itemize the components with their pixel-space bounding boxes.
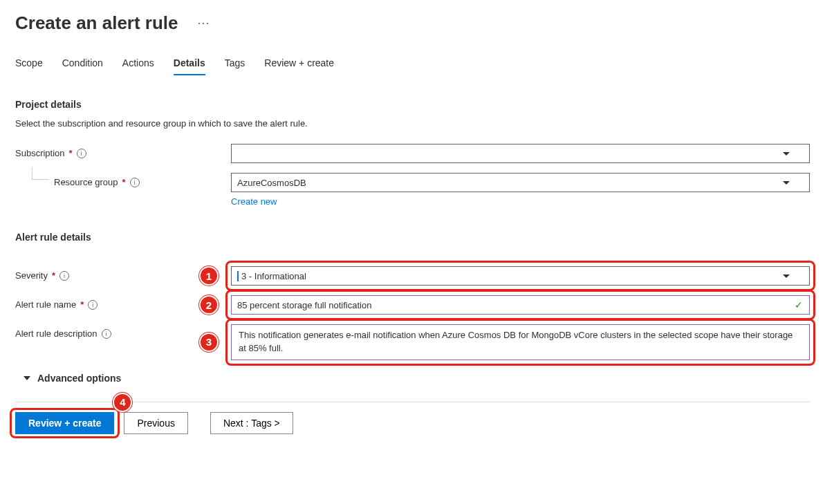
footer-actions: Review + create Previous Next : Tags > (15, 402, 810, 434)
subscription-label: Subscription (15, 148, 65, 158)
info-icon[interactable]: i (59, 271, 69, 281)
tab-actions[interactable]: Actions (122, 57, 154, 75)
tree-connector (32, 167, 48, 180)
severity-value: 3 - Informational (237, 271, 306, 281)
info-icon[interactable]: i (102, 329, 111, 339)
alert-rule-description-value: This notification generates e-mail notif… (239, 330, 792, 353)
severity-select[interactable]: 3 - Informational (231, 266, 810, 286)
required-asterisk: * (52, 270, 55, 281)
chevron-down-icon (24, 376, 30, 380)
resource-group-label: Resource group (54, 177, 118, 187)
alert-rule-name-label: Alert rule name (15, 299, 76, 310)
required-asterisk: * (69, 148, 73, 158)
advanced-options-label: Advanced options (37, 373, 121, 384)
required-asterisk: * (122, 177, 126, 187)
tab-scope[interactable]: Scope (15, 57, 43, 75)
info-icon[interactable]: i (88, 300, 98, 310)
checkmark-icon: ✓ (795, 299, 803, 310)
info-icon[interactable]: i (130, 178, 140, 187)
previous-button[interactable]: Previous (124, 412, 187, 434)
create-new-link[interactable]: Create new (231, 196, 277, 207)
page-title: Create an alert rule (15, 12, 178, 34)
chevron-down-icon (783, 152, 790, 156)
tabs: Scope Condition Actions Details Tags Rev… (15, 57, 810, 75)
chevron-down-icon (783, 181, 790, 185)
alert-rule-details-heading: Alert rule details (15, 232, 810, 243)
info-icon[interactable]: i (77, 149, 86, 158)
more-actions-icon[interactable]: ··· (198, 16, 210, 30)
alert-rule-description-input[interactable]: This notification generates e-mail notif… (231, 324, 810, 360)
tab-details[interactable]: Details (174, 57, 205, 75)
tab-tags[interactable]: Tags (225, 57, 245, 75)
chevron-down-icon (783, 274, 790, 278)
alert-rule-name-value: 85 percent storage full notification (237, 300, 371, 310)
resource-group-value: AzureCosmosDB (237, 178, 306, 188)
alert-rule-description-label: Alert rule description (15, 328, 98, 339)
advanced-options-toggle[interactable]: Advanced options (15, 373, 810, 384)
subscription-select[interactable] (231, 144, 810, 163)
required-asterisk: * (80, 299, 84, 310)
next-tags-button[interactable]: Next : Tags > (210, 412, 293, 434)
tab-review-create[interactable]: Review + create (264, 57, 334, 75)
project-details-sub: Select the subscription and resource gro… (15, 118, 810, 129)
resource-group-select[interactable]: AzureCosmosDB (231, 173, 810, 192)
review-create-button[interactable]: Review + create (15, 412, 114, 434)
project-details-heading: Project details (15, 99, 810, 110)
tab-condition[interactable]: Condition (62, 57, 103, 75)
severity-label: Severity (15, 270, 48, 281)
alert-rule-name-input[interactable]: 85 percent storage full notification (231, 295, 810, 315)
